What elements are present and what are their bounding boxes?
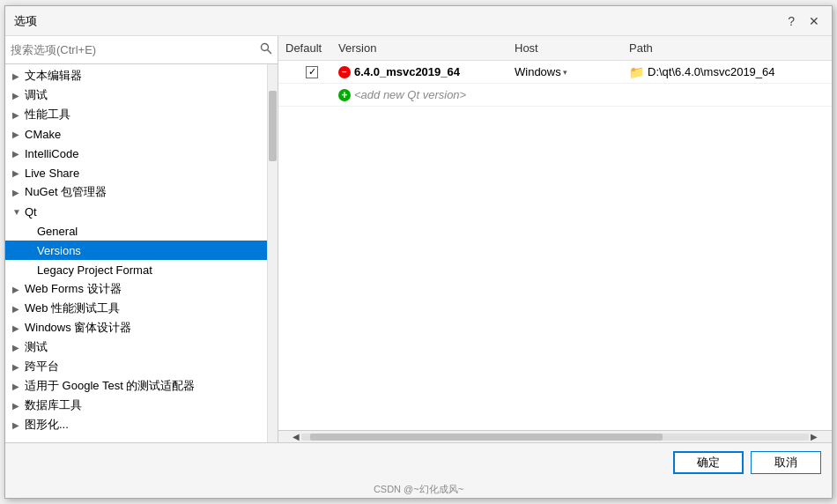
tree-arrow-perf-tools: ▶: [12, 110, 25, 120]
watermark: CSDN @~幻化成风~: [5, 481, 832, 498]
sidebar-item-more[interactable]: ▶图形化...: [5, 415, 267, 434]
cell-version-add: + <add new Qt version>: [338, 88, 515, 101]
col-header-default: Default: [285, 41, 338, 55]
sidebar-label-db-tools: 数据库工具: [25, 397, 82, 413]
tree-arrow-debug: ▶: [12, 91, 25, 100]
sidebar-label-debug: 调试: [25, 87, 48, 103]
add-new-text[interactable]: <add new Qt version>: [354, 88, 466, 101]
cancel-button[interactable]: 取消: [751, 451, 821, 474]
version-text: 6.4.0_msvc2019_64: [354, 65, 460, 78]
cell-path-1: 📁 D:\qt\6.4.0\msvc2019_64: [629, 65, 825, 79]
confirm-button[interactable]: 确定: [673, 451, 744, 474]
sidebar-item-test[interactable]: ▶测试: [5, 337, 267, 357]
host-dropdown[interactable]: Windows ▾: [515, 65, 567, 78]
tree-arrow-test: ▶: [12, 343, 25, 352]
tree-container: ▶文本编辑器▶调试▶性能工具▶CMake▶IntelliCode▶Live Sh…: [5, 64, 267, 442]
sidebar-label-nuget: NuGet 包管理器: [25, 184, 107, 200]
sidebar-item-intellicode[interactable]: ▶IntelliCode: [5, 144, 267, 163]
options-dialog: 选项 ? ✕ ▶文本编辑器▶调试▶性能工: [4, 5, 833, 499]
left-panel: ▶文本编辑器▶调试▶性能工具▶CMake▶IntelliCode▶Live Sh…: [5, 36, 278, 442]
sidebar-item-perf-tools[interactable]: ▶性能工具: [5, 105, 267, 124]
dialog-footer: 确定 取消: [5, 442, 832, 481]
sidebar-label-intellicode: IntelliCode: [25, 147, 78, 160]
dropdown-arrow-icon: ▾: [563, 68, 567, 77]
sidebar-item-google-test[interactable]: ▶适用于 Google Test 的测试适配器: [5, 376, 267, 396]
h-scroll-thumb[interactable]: [310, 434, 663, 441]
sidebar-label-more: 图形化...: [25, 417, 69, 433]
vertical-scrollbar[interactable]: [267, 64, 278, 442]
sidebar-item-qt-general[interactable]: General: [5, 221, 267, 241]
tree-arrow-intellicode: ▶: [12, 149, 25, 159]
sidebar-item-nuget[interactable]: ▶NuGet 包管理器: [5, 182, 267, 202]
cell-default-1: ✓: [285, 66, 338, 78]
sidebar-label-windows-forms: Windows 窗体设计器: [25, 320, 131, 336]
sidebar-label-qt-versions: Versions: [37, 244, 81, 257]
tree-arrow-web-forms: ▶: [12, 285, 25, 294]
sidebar-item-db-tools[interactable]: ▶数据库工具: [5, 396, 267, 415]
sidebar-label-qt: Qt: [25, 205, 37, 219]
tree-arrow-more: ▶: [12, 420, 25, 430]
table-body: ✓ − 6.4.0_msvc2019_64 Windows ▾ 📁: [278, 61, 832, 430]
host-value: Windows: [515, 65, 561, 78]
tree-arrow-qt: ▼: [12, 207, 25, 217]
sidebar-label-cmake: CMake: [25, 128, 61, 141]
sidebar-label-web-forms: Web Forms 设计器: [25, 281, 122, 297]
title-bar-controls: ? ✕: [784, 14, 823, 28]
default-checkbox[interactable]: ✓: [306, 66, 318, 78]
sidebar-item-web-forms[interactable]: ▶Web Forms 设计器: [5, 279, 267, 299]
sidebar-label-qt-general: General: [37, 225, 78, 238]
cell-host-1: Windows ▾: [515, 65, 629, 78]
remove-icon: −: [338, 66, 351, 78]
tree-arrow-cmake: ▶: [12, 130, 25, 139]
sidebar-item-qt-versions[interactable]: Versions: [5, 241, 267, 260]
tree-arrow-nuget: ▶: [12, 188, 25, 197]
svg-line-1: [268, 50, 271, 54]
sidebar-label-live-share: Live Share: [25, 167, 79, 180]
sidebar-label-google-test: 适用于 Google Test 的测试适配器: [25, 378, 195, 394]
folder-icon: 📁: [629, 65, 644, 79]
col-header-path: Path: [629, 41, 825, 55]
tree-arrow-google-test: ▶: [12, 382, 25, 391]
tree-arrow-windows-forms: ▶: [12, 323, 25, 333]
col-header-version: Version: [338, 41, 515, 55]
add-icon: +: [338, 89, 351, 101]
sidebar-label-perf-tools: 性能工具: [25, 107, 70, 122]
col-header-host: Host: [515, 41, 629, 55]
sidebar-item-cmake[interactable]: ▶CMake: [5, 124, 267, 144]
sidebar-label-web-perf: Web 性能测试工具: [25, 300, 120, 316]
sidebar-label-text-editor: 文本编辑器: [25, 68, 82, 84]
sidebar-item-qt-legacy[interactable]: Legacy Project Format: [5, 260, 267, 279]
tree-arrow-cross-platform: ▶: [12, 362, 25, 372]
search-icon: [260, 42, 272, 57]
table-row[interactable]: ✓ − 6.4.0_msvc2019_64 Windows ▾ 📁: [278, 61, 832, 84]
horizontal-scrollbar[interactable]: ◀ ▶: [278, 430, 832, 442]
path-text: D:\qt\6.4.0\msvc2019_64: [648, 65, 775, 78]
scroll-right-icon[interactable]: ▶: [809, 432, 819, 441]
scrollbar-thumb[interactable]: [269, 91, 277, 161]
dialog-body: ▶文本编辑器▶调试▶性能工具▶CMake▶IntelliCode▶Live Sh…: [5, 36, 832, 442]
search-input[interactable]: [11, 43, 256, 56]
right-panel: Default Version Host Path ✓ − 6.4.0_msvc…: [278, 36, 832, 442]
help-button[interactable]: ?: [784, 14, 798, 28]
sidebar-item-cross-platform[interactable]: ▶跨平台: [5, 357, 267, 376]
sidebar-item-live-share[interactable]: ▶Live Share: [5, 163, 267, 182]
search-box: [5, 36, 278, 64]
tree-scroll-wrapper: ▶文本编辑器▶调试▶性能工具▶CMake▶IntelliCode▶Live Sh…: [5, 64, 278, 442]
sidebar-item-web-perf[interactable]: ▶Web 性能测试工具: [5, 299, 267, 318]
sidebar-item-text-editor[interactable]: ▶文本编辑器: [5, 66, 267, 85]
sidebar-label-cross-platform: 跨平台: [25, 359, 59, 374]
dialog-title: 选项: [14, 13, 37, 29]
sidebar-item-windows-forms[interactable]: ▶Windows 窗体设计器: [5, 318, 267, 337]
h-scroll-track[interactable]: [301, 434, 809, 441]
tree-arrow-web-perf: ▶: [12, 304, 25, 314]
sidebar-label-qt-legacy: Legacy Project Format: [37, 263, 152, 277]
sidebar-item-qt[interactable]: ▼Qt: [5, 202, 267, 221]
sidebar-label-test: 测试: [25, 339, 48, 355]
scroll-left-icon[interactable]: ◀: [291, 432, 301, 441]
table-row-add[interactable]: + <add new Qt version>: [278, 84, 832, 107]
close-button[interactable]: ✕: [805, 14, 823, 28]
sidebar-item-debug[interactable]: ▶调试: [5, 85, 267, 105]
table-header: Default Version Host Path: [278, 36, 832, 61]
tree-arrow-live-share: ▶: [12, 168, 25, 178]
title-bar: 选项 ? ✕: [5, 6, 832, 36]
